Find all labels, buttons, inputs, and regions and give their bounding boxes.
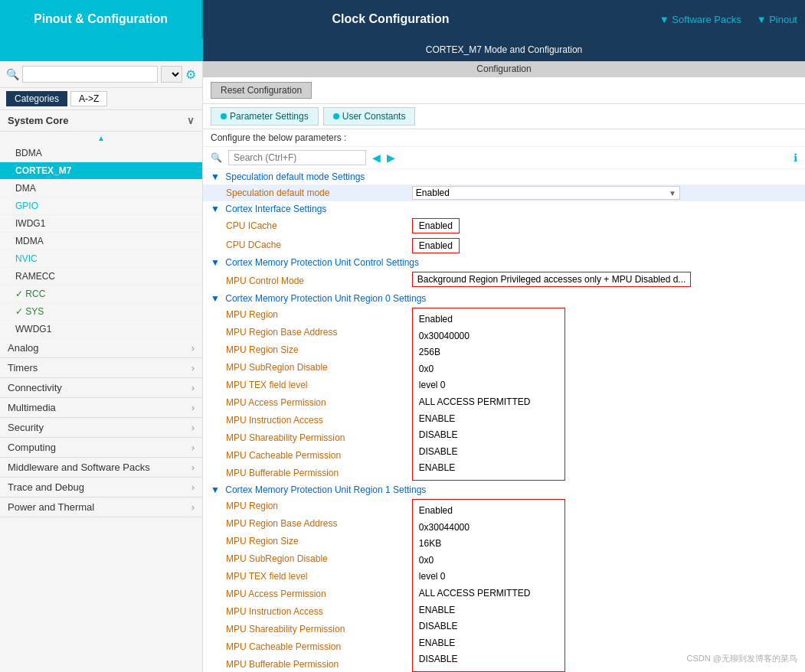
param-value-icache: Enabled [406,217,805,235]
param-settings-dot [221,113,227,119]
sidebar-search-area: 🔍 ⚙ [0,61,202,88]
sidebar-search-select[interactable] [161,66,182,83]
pinout-config-tab[interactable]: Pinout & Configuration [0,0,203,38]
computing-chevron: › [191,442,195,453]
pinout-link[interactable]: Pinout [757,14,797,25]
mpu1-values-cell: Enabled 0x30044000 16KB 0x0 level 0 ALL … [406,497,805,672]
param-name-icache: CPU ICache [203,217,406,235]
search-row: 🔍 ◀ ▶ ℹ [203,147,805,169]
software-packs-link[interactable]: Software Packs [659,14,741,25]
param-name-dcache: CPU DCache [203,235,406,255]
sidebar-item-gpio[interactable]: GPIO [0,197,202,215]
sub-header: CORTEX_M7 Mode and Configuration [0,38,805,61]
sidebar-item-nvic[interactable]: NVIC [0,250,202,268]
multimedia-chevron: › [191,402,195,413]
section-mpu-control: ▼ Cortex Memory Protection Unit Control … [203,255,805,270]
reset-config-button[interactable]: Reset Configuration [211,82,312,99]
main-layout: 🔍 ⚙ Categories A->Z System Core ∨ ▲ BDMA… [0,61,805,672]
scroll-up-arrow[interactable]: ▲ [0,132,202,145]
sidebar-item-cortex-m7[interactable]: CORTEX_M7 [0,162,202,180]
sidebar-timers[interactable]: Timers › [0,358,202,378]
sidebar-item-bdma[interactable]: BDMA [0,145,202,162]
sidebar-connectivity[interactable]: Connectivity › [0,378,202,398]
section-toggle-mpu0[interactable]: ▼ [211,293,220,304]
sidebar-item-dma[interactable]: DMA [0,180,202,197]
dropdown-speculation[interactable]: Enabled ▼ [412,186,680,200]
param-settings-label: Parameter Settings [230,111,309,122]
param-mpu1-region: MPU Region Enabled 0x30044000 16KB 0x0 l… [203,497,805,515]
section-label-mpu0: Cortex Memory Protection Unit Region 0 S… [225,293,426,304]
sidebar-search-input[interactable] [22,66,158,83]
system-core-section: System Core ∨ ▲ BDMA CORTEX_M7 DMA GPIO … [0,110,202,338]
section-speculation: ▼ Speculation default mode Settings [203,169,805,184]
section-toggle-speculation[interactable]: ▼ [211,171,220,182]
sidebar-middleware[interactable]: Middleware and Software Packs › [0,458,202,478]
sidebar-security[interactable]: Security › [0,418,202,438]
tab-categories[interactable]: Categories [6,91,67,106]
sidebar-multimedia[interactable]: Multimedia › [0,398,202,418]
timers-label: Timers [8,362,38,374]
security-label: Security [8,422,44,433]
section-label-speculation: Speculation default mode Settings [225,171,365,182]
system-core-chevron: ∨ [187,115,195,126]
params-header: Configure the below parameters : [203,129,805,147]
section-cortex-interface: ▼ Cortex Interface Settings [203,201,805,217]
settings-table: ▼ Speculation default mode Settings Spec… [203,169,805,672]
middleware-label: Middleware and Software Packs [8,462,150,473]
section-label-mpu1: Cortex Memory Protection Unit Region 1 S… [225,484,426,495]
header-right: Software Packs Pinout [578,0,805,38]
connectivity-label: Connectivity [8,382,62,393]
mpu0-values-box: Enabled 0x30040000 256B 0x0 level 0 ALL … [412,308,565,481]
dcache-value-box: Enabled [412,238,460,253]
sidebar-item-sys[interactable]: SYS [0,303,202,321]
sidebar-tabs: Categories A->Z [0,88,202,110]
multimedia-label: Multimedia [8,402,56,413]
param-name-speculation: Speculation default mode [203,184,406,201]
param-mpu-control-mode: MPU Control Mode Background Region Privi… [203,270,805,291]
param-name-mpu0-region: MPU Region [203,306,406,324]
system-core-label: System Core [8,115,68,126]
param-icache: CPU ICache Enabled [203,217,805,235]
sidebar-item-wwdg1[interactable]: WWDG1 [0,321,202,338]
param-dcache: CPU DCache Enabled [203,235,805,255]
user-constants-label: User Constants [342,111,406,122]
sub-header-left-fill [0,38,203,61]
cortex-mode-title: CORTEX_M7 Mode and Configuration [203,44,805,55]
param-value-speculation: Enabled ▼ [406,184,805,201]
config-label: Configuration [203,61,805,77]
user-constants-dot [333,113,339,119]
gear-icon[interactable]: ⚙ [185,67,196,82]
sidebar-item-rcc[interactable]: RCC [0,285,202,303]
mpu-ctrl-value-box: Background Region Privileged accesses on… [412,272,692,287]
trace-debug-chevron: › [191,481,195,493]
section-toggle-mpu-ctrl[interactable]: ▼ [211,257,220,268]
nav-next-btn[interactable]: ▶ [387,152,395,164]
info-btn[interactable]: ℹ [794,152,797,164]
watermark: CSDN @无聊到发博客的菜鸟 [687,653,797,664]
clock-config-tab[interactable]: Clock Configuration [203,0,578,38]
sidebar-item-ramecc[interactable]: RAMECC [0,268,202,285]
system-core-header[interactable]: System Core ∨ [0,110,202,132]
sidebar-analog[interactable]: Analog › [0,338,202,358]
clock-config-label: Clock Configuration [332,12,450,26]
nav-prev-btn[interactable]: ◀ [372,152,381,164]
sidebar-item-mdma[interactable]: MDMA [0,233,202,250]
section-toggle-ci[interactable]: ▼ [211,204,220,214]
sidebar-item-iwdg1[interactable]: IWDG1 [0,215,202,233]
connectivity-chevron: › [191,382,195,393]
analog-label: Analog [8,342,38,354]
pinout-config-label: Pinout & Configuration [34,12,168,26]
timers-chevron: › [191,362,195,374]
tab-user-constants[interactable]: User Constants [323,107,416,126]
section-toggle-mpu1[interactable]: ▼ [211,484,220,495]
section-mpu-region0: ▼ Cortex Memory Protection Unit Region 0… [203,291,805,306]
icache-value-box: Enabled [412,218,460,233]
tab-parameter-settings[interactable]: Parameter Settings [211,107,319,126]
tab-az[interactable]: A->Z [70,91,107,106]
section-label-mpu-ctrl: Cortex Memory Protection Unit Control Se… [225,257,419,268]
params-search-input[interactable] [228,150,366,165]
sidebar-power-thermal[interactable]: Power and Thermal › [0,497,202,517]
sidebar-computing[interactable]: Computing › [0,438,202,458]
sidebar-trace-debug[interactable]: Trace and Debug › [0,478,202,497]
param-speculation-mode: Speculation default mode Enabled ▼ [203,184,805,201]
